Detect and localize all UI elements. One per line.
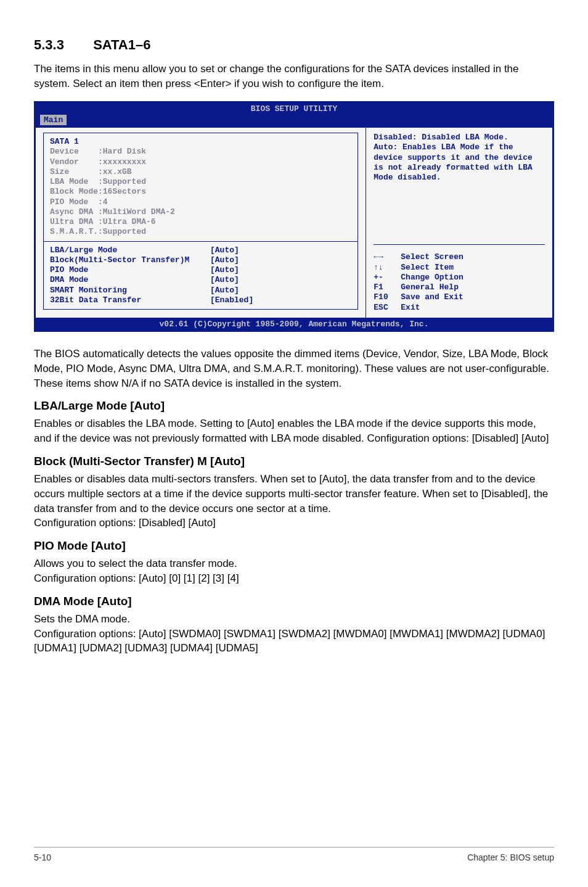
bios-option-label: Block(Multi-Sector Transfer)M — [50, 255, 210, 265]
bios-nav-key-row: ←→Select Screen — [374, 252, 545, 262]
subsection-text: Sets the DMA mode. Configuration options… — [34, 612, 554, 656]
bios-nav-key: ESC — [374, 303, 401, 313]
bios-tab-bar: Main — [35, 114, 553, 127]
bios-option-row[interactable]: LBA/Large Mode[Auto] — [50, 245, 351, 255]
bios-option-value: [Auto] — [210, 275, 239, 285]
bios-nav-action: General Help — [401, 283, 459, 292]
bios-option-row[interactable]: 32Bit Data Transfer[Enabled] — [50, 295, 351, 305]
subsection-text: Enables or disables the LBA mode. Settin… — [34, 416, 554, 446]
bios-option-value: [Enabled] — [210, 295, 253, 305]
bios-info-row: Vendor :xxxxxxxxx — [50, 157, 351, 167]
bios-nav-action: Select Screen — [401, 252, 463, 262]
bios-info-row: Size :xx.xGB — [50, 167, 351, 177]
bios-option-row[interactable]: SMART Monitoring[Auto] — [50, 286, 351, 295]
bios-nav-action: Select Item — [401, 263, 454, 273]
subsection-text: Enables or disables data multi-sectors t… — [34, 472, 554, 530]
bios-screenshot: BIOS SETUP UTILITY Main SATA 1 Device :H… — [34, 101, 554, 332]
subsection-heading: LBA/Large Mode [Auto] — [34, 399, 554, 413]
subsection-heading: Block (Multi-Sector Transfer) M [Auto] — [34, 455, 554, 468]
bios-nav-key: F10 — [374, 292, 401, 302]
page-footer: 5-10 Chapter 5: BIOS setup — [34, 847, 554, 862]
bios-nav-key-row: ESCExit — [374, 303, 545, 313]
subsection-text: Allows you to select the data transfer m… — [34, 556, 554, 586]
bios-right-panel: Disabled: Disabled LBA Mode. Auto: Enabl… — [366, 128, 552, 318]
subsection-heading: DMA Mode [Auto] — [34, 595, 554, 608]
bios-option-row[interactable]: DMA Mode[Auto] — [50, 275, 351, 285]
bios-nav-key-row: F10Save and Exit — [374, 292, 545, 302]
bios-nav-action: Save and Exit — [401, 292, 463, 302]
bios-nav-key: ←→ — [374, 252, 401, 262]
bios-option-value: [Auto] — [210, 245, 239, 255]
page-number: 5-10 — [34, 852, 51, 862]
bios-tab-main[interactable]: Main — [40, 115, 67, 125]
bios-option-label: LBA/Large Mode — [50, 245, 210, 255]
bios-help-text: Disabled: Disabled LBA Mode. Auto: Enabl… — [374, 133, 545, 183]
bios-info-row: LBA Mode :Supported — [50, 177, 351, 187]
bios-option-value: [Auto] — [210, 265, 239, 275]
bios-nav-key: +- — [374, 273, 401, 283]
bios-nav-key: F1 — [374, 283, 401, 292]
bios-nav-action: Change Option — [401, 273, 463, 283]
section-title: SATA1–6 — [93, 37, 150, 52]
bios-info-row: PIO Mode :4 — [50, 197, 351, 207]
section-heading: 5.3.3 SATA1–6 — [34, 37, 554, 53]
bios-info-row: Ultra DMA :Ultra DMA-6 — [50, 217, 351, 227]
bios-option-value: [Auto] — [210, 255, 239, 265]
bios-option-row[interactable]: Block(Multi-Sector Transfer)M[Auto] — [50, 255, 351, 265]
bios-option-value: [Auto] — [210, 286, 239, 295]
bios-nav-key: ↑↓ — [374, 263, 401, 273]
bios-info-row: Device :Hard Disk — [50, 147, 351, 157]
bios-nav-key-row: F1General Help — [374, 283, 545, 292]
bios-info-row: Async DMA :MultiWord DMA-2 — [50, 207, 351, 217]
bios-nav-key-row: +-Change Option — [374, 273, 545, 283]
chapter-label: Chapter 5: BIOS setup — [467, 852, 554, 862]
bios-info-row: S.M.A.R.T.:Supported — [50, 227, 351, 237]
bios-nav-key-row: ↑↓Select Item — [374, 263, 545, 273]
bios-copyright: v02.61 (C)Copyright 1985-2009, American … — [35, 318, 553, 331]
bios-option-label: DMA Mode — [50, 275, 210, 285]
bios-option-label: PIO Mode — [50, 265, 210, 275]
intro-paragraph: The items in this menu allow you to set … — [34, 62, 554, 91]
bios-left-panel: SATA 1 Device :Hard DiskVendor :xxxxxxxx… — [36, 128, 366, 318]
bios-option-row[interactable]: PIO Mode[Auto] — [50, 265, 351, 275]
bios-sata-header: SATA 1 — [50, 137, 351, 147]
post-bios-paragraph: The BIOS automatically detects the value… — [34, 347, 554, 390]
bios-option-label: SMART Monitoring — [50, 286, 210, 295]
bios-title: BIOS SETUP UTILITY — [35, 102, 553, 114]
section-number: 5.3.3 — [34, 37, 89, 53]
bios-info-row: Block Mode:16Sectors — [50, 187, 351, 197]
subsection-heading: PIO Mode [Auto] — [34, 539, 554, 553]
bios-option-label: 32Bit Data Transfer — [50, 295, 210, 305]
bios-nav-action: Exit — [401, 303, 420, 313]
